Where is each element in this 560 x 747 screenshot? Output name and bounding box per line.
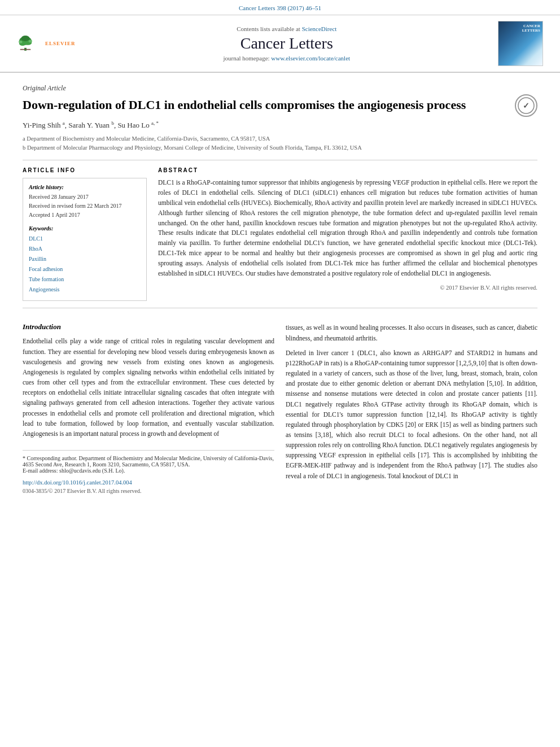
journal-homepage: journal homepage: www.elsevier.com/locat… [76,55,498,62]
footnote-section: * Corresponding author. Department of Bi… [23,450,274,474]
svg-text:✓: ✓ [523,102,530,110]
top-bar: Cancer Letters 398 (2017) 46–51 [0,0,560,15]
journal-header-center: Contents lists available at ScienceDirec… [76,25,498,62]
email-link[interactable]: shlo@ucdavis.edu [59,468,100,474]
doi-section: http://dx.doi.org/10.1016/j.canlet.2017.… [23,479,274,486]
elsevier-brand-text: ELSEVIER [45,41,76,46]
body-right-col: tissues, as well as in wound healing pro… [286,322,537,494]
article-info-box: Article history: Received 28 January 201… [23,178,147,301]
body-left-col: Introduction Endothelial cells play a wi… [23,322,274,494]
keywords-section: Keywords: DLC1 RhoA Paxillin Focal adhes… [29,225,141,295]
abstract-text: DLC1 is a RhoGAP-containing tumor suppre… [158,178,537,278]
intro-left-para1: Endothelial cells play a wide range of c… [23,336,274,439]
keyword-angiogenesis: Angiogenesis [29,285,141,295]
abstract-copyright: © 2017 Elsevier B.V. All rights reserved… [158,285,537,291]
journal-header: ELSEVIER Contents lists available at Sci… [0,15,560,73]
journal-thumbnail-label: CANCERLETTERS [522,24,540,33]
keyword-rhoa: RhoA [29,244,141,254]
keyword-tube-formation: Tube formation [29,274,141,285]
paper-content: Original Article ✓ Down-regulation of DL… [0,73,560,505]
crossmark-badge[interactable]: ✓ [515,94,537,117]
article-info-column: ARTICLE INFO Article history: Received 2… [23,167,147,301]
intro-right-para2: Deleted in liver cancer 1 (DLC1, also kn… [286,348,537,481]
affiliations: a Department of Biochemistry and Molecul… [23,134,537,152]
affiliation-a: a Department of Biochemistry and Molecul… [23,134,537,143]
journal-reference-link[interactable]: Cancer Letters 398 (2017) 46–51 [239,5,321,11]
contents-link: Contents lists available at ScienceDirec… [76,25,498,32]
article-history: Article history: Received 28 January 201… [29,184,141,220]
svg-point-7 [29,40,32,42]
email-label: E-mail address: [23,468,58,474]
intro-right-text: tissues, as well as in wound healing pro… [286,322,537,480]
received-revised-date: Received in revised form 22 March 2017 [29,202,141,211]
corresponding-author-note: * Corresponding author. Department of Bi… [23,455,274,468]
body-two-col: Introduction Endothelial cells play a wi… [23,322,537,494]
journal-title: Cancer Letters [76,34,498,53]
crossmark-icon: ✓ [515,94,537,117]
email-attribution: (S.H. Lo). [102,468,125,474]
keyword-focal-adhesion: Focal adhesion [29,264,141,274]
accepted-date: Accepted 1 April 2017 [29,211,141,220]
article-info-header: ARTICLE INFO [23,167,147,173]
elsevier-tree-icon [11,36,40,51]
article-info-abstract-row: ARTICLE INFO Article history: Received 2… [23,167,537,301]
svg-point-4 [21,36,30,41]
svg-point-6 [19,41,22,43]
article-type: Original Article [23,84,537,93]
abstract-paragraph: DLC1 is a RhoGAP-containing tumor suppre… [158,178,537,278]
article-title: Down-regulation of DLC1 in endothelial c… [23,97,537,113]
intro-right-para1: tissues, as well as in wound healing pro… [286,322,537,343]
journal-thumbnail: CANCERLETTERS [498,21,543,66]
intro-left-text: Endothelial cells play a wide range of c… [23,336,274,439]
email-note: E-mail address: shlo@ucdavis.edu (S.H. L… [23,468,274,474]
svg-rect-5 [20,49,31,50]
body-section: Introduction Endothelial cells play a wi… [23,322,537,494]
keyword-dlc1: DLC1 [29,234,141,244]
sciencedirect-link[interactable]: ScienceDirect [302,25,337,32]
article-title-area: ✓ Down-regulation of DLC1 in endothelial… [23,97,537,113]
intro-section-title: Introduction [23,322,274,331]
abstract-column: ABSTRACT DLC1 is a RhoGAP-containing tum… [158,167,537,301]
history-label: Article history: [29,184,141,190]
keywords-label: Keywords: [29,225,141,231]
abstract-header: ABSTRACT [158,167,537,173]
affiliation-b: b Department of Molecular Pharmacology a… [23,143,537,152]
journal-url-link[interactable]: www.elsevier.com/locate/canlet [271,55,350,62]
keyword-paxillin: Paxillin [29,254,141,264]
divider-1 [23,160,537,160]
received-date: Received 28 January 2017 [29,193,141,202]
elsevier-logo-area: ELSEVIER [11,36,76,51]
authors: Yi-Ping Shih a, Sarah Y. Yuan b, Su Hao … [23,120,537,130]
copyright-footer: 0304-3835/© 2017 Elsevier B.V. All right… [23,488,274,494]
divider-2 [23,308,537,308]
doi-link[interactable]: http://dx.doi.org/10.1016/j.canlet.2017.… [23,479,132,486]
journal-thumbnail-image: CANCERLETTERS [498,21,542,65]
